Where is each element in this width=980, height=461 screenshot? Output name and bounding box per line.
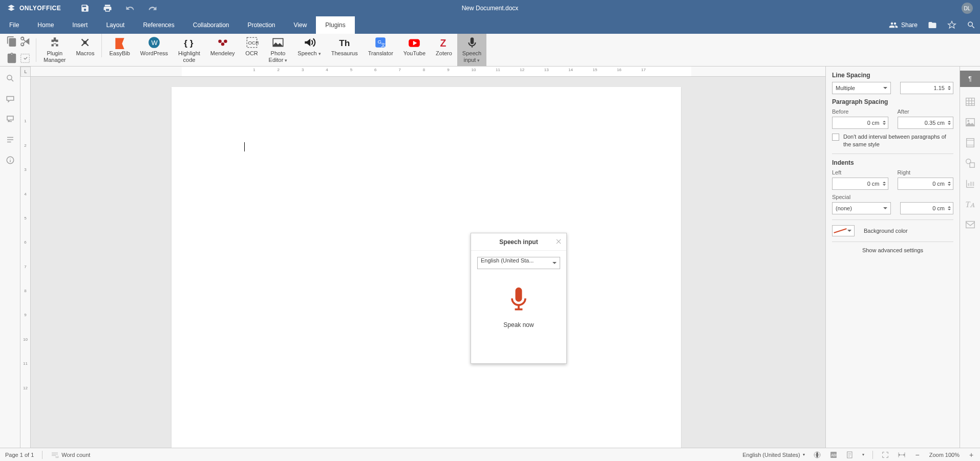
set-language-icon[interactable] bbox=[813, 451, 821, 459]
spacing-after[interactable]: 0.35 cm bbox=[898, 117, 954, 129]
cut-icon[interactable] bbox=[19, 36, 31, 47]
tab-plugins[interactable]: Plugins bbox=[316, 16, 354, 34]
svg-rect-25 bbox=[966, 222, 974, 228]
share-icon bbox=[889, 20, 898, 30]
ribbon: PluginManagerMacrosEasyBibWWordPress{ }H… bbox=[0, 34, 980, 67]
background-color-label: Background color bbox=[864, 228, 908, 234]
image-settings-icon[interactable] bbox=[965, 117, 976, 128]
plugin-wordpress[interactable]: WWordPress bbox=[135, 34, 173, 66]
plugin-youtube[interactable]: YouTube bbox=[398, 34, 431, 66]
tab-references[interactable]: References bbox=[134, 16, 183, 34]
find-icon[interactable] bbox=[6, 74, 15, 83]
svg-point-6 bbox=[224, 40, 227, 43]
special-indent-value[interactable]: 0 cm bbox=[900, 202, 953, 214]
speak-now-label: Speak now bbox=[503, 321, 534, 328]
redo-icon[interactable] bbox=[148, 4, 157, 13]
zoom-label[interactable]: Zoom 100% bbox=[929, 452, 960, 458]
chart-settings-icon[interactable] bbox=[965, 178, 976, 189]
page-info[interactable]: Page 1 of 1 bbox=[5, 452, 34, 458]
paste-icon[interactable] bbox=[6, 53, 17, 64]
textart-settings-icon[interactable]: Tᴀ bbox=[965, 199, 976, 210]
tab-file[interactable]: File bbox=[0, 16, 28, 34]
editor-zone: L 1234567891011121314151617 123456789101… bbox=[20, 67, 825, 448]
svg-text:ABC: ABC bbox=[831, 453, 838, 456]
svg-point-17 bbox=[7, 75, 12, 80]
plugin-highlight[interactable]: { }Highlightcode bbox=[173, 34, 205, 66]
document-title: New Document.docx bbox=[462, 5, 519, 12]
background-color-button[interactable] bbox=[832, 225, 855, 236]
feedback-icon[interactable] bbox=[6, 156, 15, 165]
ruler-corner[interactable]: L bbox=[20, 67, 31, 77]
comments-icon[interactable] bbox=[6, 94, 15, 103]
svg-point-0 bbox=[54, 41, 56, 43]
fit-page-icon[interactable] bbox=[881, 451, 889, 459]
plugin-photo[interactable]: PhotoEditor ▾ bbox=[264, 34, 293, 66]
microphone-icon[interactable] bbox=[506, 287, 531, 313]
plugin-plugin-manager[interactable]: PluginManager bbox=[38, 34, 71, 66]
zoom-out-button[interactable]: − bbox=[914, 451, 921, 458]
tab-home[interactable]: Home bbox=[28, 16, 63, 34]
advanced-settings-link[interactable]: Show advanced settings bbox=[832, 247, 953, 253]
clipboard-group bbox=[3, 34, 34, 66]
plugin-ocr[interactable]: OCROCR bbox=[240, 34, 264, 66]
vertical-ruler[interactable]: 123456789101112 bbox=[20, 77, 31, 448]
plugin-macros[interactable]: Macros bbox=[71, 34, 99, 66]
shape-settings-icon[interactable] bbox=[965, 158, 976, 169]
plugin-speech[interactable]: Speech ▾ bbox=[292, 34, 326, 66]
tab-insert[interactable]: Insert bbox=[63, 16, 97, 34]
plugin-mendeley[interactable]: Mendeley bbox=[205, 34, 240, 66]
language-select[interactable]: English (United Sta... bbox=[477, 257, 560, 269]
chat-icon[interactable] bbox=[6, 115, 15, 124]
spacing-before[interactable]: 0 cm bbox=[832, 117, 888, 129]
tab-collaboration[interactable]: Collaboration bbox=[184, 16, 239, 34]
line-spacing-mode[interactable]: Multiple bbox=[832, 82, 891, 94]
plugin-translator[interactable]: G文Translator bbox=[363, 34, 398, 66]
svg-point-21 bbox=[967, 120, 969, 122]
svg-text:{ }: { } bbox=[184, 38, 194, 48]
indent-left[interactable]: 0 cm bbox=[832, 178, 888, 190]
header-footer-icon[interactable] bbox=[965, 137, 976, 148]
text-cursor bbox=[244, 142, 245, 151]
document-page[interactable] bbox=[172, 87, 681, 448]
paragraph-settings-icon[interactable]: ¶ bbox=[960, 71, 981, 87]
tab-view[interactable]: View bbox=[285, 16, 316, 34]
save-icon[interactable] bbox=[80, 4, 90, 13]
main-area: L 1234567891011121314151617 123456789101… bbox=[0, 67, 980, 448]
app-name: ONLYOFFICE bbox=[19, 5, 61, 12]
svg-point-5 bbox=[218, 40, 222, 43]
line-spacing-value[interactable]: 1.15 bbox=[900, 82, 953, 94]
logo-area: ONLYOFFICE bbox=[0, 4, 68, 12]
table-settings-icon[interactable] bbox=[965, 96, 976, 107]
user-avatar[interactable]: DL bbox=[962, 3, 973, 14]
undo-icon[interactable] bbox=[125, 4, 135, 13]
track-changes-icon[interactable] bbox=[846, 451, 854, 459]
open-location-icon[interactable] bbox=[928, 20, 937, 30]
special-indent-mode[interactable]: (none) bbox=[832, 202, 891, 214]
indent-right[interactable]: 0 cm bbox=[898, 178, 954, 190]
indents-title: Indents bbox=[832, 159, 953, 166]
print-icon[interactable] bbox=[103, 4, 112, 13]
svg-point-7 bbox=[221, 42, 224, 46]
search-icon[interactable] bbox=[967, 20, 976, 30]
plugin-easybib[interactable]: EasyBib bbox=[104, 34, 135, 66]
favorite-icon[interactable] bbox=[947, 20, 956, 30]
plugin-speechinput[interactable]: Speechinput ▾ bbox=[457, 34, 486, 66]
copy-icon[interactable] bbox=[6, 36, 17, 47]
doc-language-button[interactable]: English (United States) ▾ bbox=[742, 452, 805, 458]
word-count-button[interactable]: 123 Word count bbox=[51, 451, 90, 459]
navigation-icon[interactable] bbox=[6, 135, 15, 144]
zoom-in-button[interactable]: + bbox=[968, 451, 975, 458]
plugin-thesaurus[interactable]: ThThesaurus bbox=[326, 34, 363, 66]
horizontal-ruler[interactable]: 1234567891011121314151617 bbox=[31, 67, 825, 77]
spellcheck-icon[interactable]: ABC bbox=[829, 451, 838, 459]
share-button[interactable]: Share bbox=[889, 20, 918, 30]
select-all-icon[interactable] bbox=[19, 53, 31, 64]
mailmerge-settings-icon[interactable] bbox=[965, 219, 976, 230]
tab-protection[interactable]: Protection bbox=[239, 16, 285, 34]
no-interval-checkbox[interactable] bbox=[832, 134, 839, 141]
tab-layout[interactable]: Layout bbox=[97, 16, 134, 34]
fit-width-icon[interactable] bbox=[898, 451, 906, 459]
close-icon[interactable] bbox=[555, 238, 562, 245]
before-label: Before bbox=[832, 108, 888, 115]
plugin-zotero[interactable]: ZZotero bbox=[431, 34, 457, 66]
